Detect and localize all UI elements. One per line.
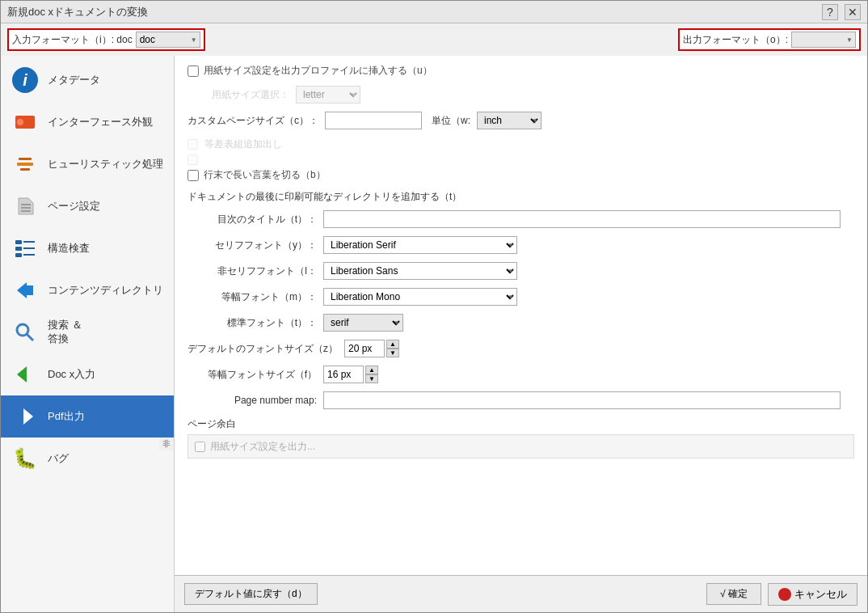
default-font-size-down[interactable]: ▼ bbox=[386, 349, 399, 357]
paper-size-select[interactable]: letter A4 bbox=[296, 86, 360, 104]
sidebar-item-label-content: コンテンツディレクトリ bbox=[48, 284, 163, 298]
main-window: 新規doc xドキュメントの変換 ? ✕ 入力フォーマット（i）: doc do… bbox=[0, 0, 868, 613]
content-bottom-spacer bbox=[188, 459, 854, 556]
output-format-group: 出力フォーマット（o）: bbox=[678, 28, 861, 51]
serif-font-row: セリフフォント（y）： Liberation Serif Times New R… bbox=[188, 236, 854, 254]
sidebar-item-metadata[interactable]: i メタデータ bbox=[1, 59, 174, 101]
sidebar-item-label-metadata: メタデータ bbox=[48, 74, 100, 87]
help-button[interactable]: ? bbox=[822, 4, 838, 20]
ok-button[interactable]: √ 確定 bbox=[706, 583, 761, 605]
disabled-checkbox-1 bbox=[188, 139, 198, 150]
paper-size-checkbox-row: 用紙サイズ設定を出力プロファイルに挿入する（u） bbox=[188, 64, 854, 78]
toc-title-row: 目次のタイトル（t）： bbox=[188, 210, 854, 228]
interface-icon bbox=[11, 108, 40, 137]
paper-size-text: 用紙サイズ選択： bbox=[212, 88, 289, 102]
bottom-right: √ 確定 キャンセル bbox=[706, 583, 857, 606]
sidebar-item-label-interface: インターフェース外観 bbox=[48, 116, 153, 129]
paper-size-select-wrapper: letter A4 bbox=[296, 86, 360, 104]
bottom-bar: デフォルト値に戻す（d） √ 確定 キャンセル bbox=[175, 575, 867, 612]
page-number-map-input[interactable] bbox=[323, 391, 841, 409]
paper-size-checkbox-label: 用紙サイズ設定を出力プロファイルに挿入する（u） bbox=[204, 64, 432, 78]
sidebar-item-page[interactable]: ページ設定 bbox=[1, 185, 174, 227]
sidebar-item-docx[interactable]: Doc x入力 bbox=[1, 353, 174, 395]
mono-font-row: 等幅フォント（m）： Liberation Mono Courier New bbox=[188, 288, 854, 306]
heuristic-icon bbox=[11, 150, 40, 179]
paper-size-checkbox[interactable] bbox=[188, 66, 199, 77]
disabled-label-1: 等差表組追加出し bbox=[204, 137, 282, 151]
mono-font-select[interactable]: Liberation Mono Courier New bbox=[323, 288, 517, 306]
line-break-label: 行末で長い言葉を切る（b） bbox=[204, 168, 326, 182]
mono-font-size-input[interactable] bbox=[323, 366, 364, 383]
mono-font-size-spinner: ▲ ▼ bbox=[323, 366, 378, 383]
input-format-label: 入力フォーマット（i）: doc bbox=[12, 33, 133, 47]
mono-font-size-spinner-btns: ▲ ▼ bbox=[365, 366, 378, 383]
base-font-select[interactable]: serif sans-serif bbox=[323, 314, 403, 332]
sidebar-item-pdf[interactable]: Pdf出力 bbox=[1, 395, 174, 438]
default-font-size-spinner: ▲ ▼ bbox=[344, 340, 399, 357]
svg-rect-8 bbox=[15, 240, 22, 244]
default-font-size-input[interactable] bbox=[344, 340, 385, 357]
sidebar-item-label-bug: バグ bbox=[48, 452, 69, 466]
close-button[interactable]: ✕ bbox=[845, 4, 861, 20]
mono-font-size-down[interactable]: ▼ bbox=[365, 374, 378, 383]
sidebar-item-label-docx: Doc x入力 bbox=[48, 368, 95, 382]
toc-title-input[interactable] bbox=[323, 210, 841, 228]
sidebar-item-bug[interactable]: 🐛 バグ bbox=[1, 438, 174, 480]
sidebar-item-search[interactable]: 搜索 ＆答換 bbox=[1, 311, 174, 353]
disabled-checkbox-row-1: 等差表組追加出し bbox=[188, 137, 854, 151]
docx-icon bbox=[11, 360, 40, 389]
title-bar: 新規doc xドキュメントの変換 ? ✕ bbox=[1, 1, 867, 23]
sidebar-item-interface[interactable]: インターフェース外観 bbox=[1, 101, 174, 143]
page-number-map-label: Page number map: bbox=[188, 395, 317, 406]
sidebar-item-label-pdf: Pdf出力 bbox=[48, 410, 85, 424]
reset-button[interactable]: デフォルト値に戻す（d） bbox=[184, 583, 318, 605]
output-format-select-wrapper bbox=[791, 32, 856, 48]
window-title: 新規doc xドキュメントの変換 bbox=[7, 5, 148, 19]
svg-marker-14 bbox=[17, 282, 27, 298]
page-number-map-row: Page number map: bbox=[188, 391, 854, 409]
unit-select-wrapper: inch cm mm bbox=[477, 112, 541, 129]
page-margin-desc: 用紙サイズ設定を出力... bbox=[210, 440, 315, 454]
search-icon bbox=[11, 318, 40, 347]
structure-icon bbox=[11, 234, 40, 263]
svg-rect-9 bbox=[15, 247, 22, 251]
content-area: 用紙サイズ設定を出力プロファイルに挿入する（u） 用紙サイズ選択： letter… bbox=[175, 56, 867, 612]
svg-point-16 bbox=[17, 324, 28, 336]
custom-page-size-input[interactable] bbox=[325, 112, 422, 129]
sidebar-item-heuristic[interactable]: ヒューリスティック処理 bbox=[1, 143, 174, 185]
cancel-button[interactable]: キャンセル bbox=[768, 583, 857, 606]
input-format-select[interactable]: doc bbox=[136, 32, 200, 48]
sans-font-label: 非セリフフォント（l： bbox=[188, 264, 317, 278]
sidebar-item-content[interactable]: コンテンツディレクトリ bbox=[1, 269, 174, 311]
svg-rect-4 bbox=[20, 168, 30, 171]
default-font-size-up[interactable]: ▲ bbox=[386, 340, 399, 349]
input-format-group: 入力フォーマット（i）: doc doc bbox=[7, 28, 205, 51]
mono-font-size-up[interactable]: ▲ bbox=[365, 366, 378, 374]
page-margin-section: ページ余白 用紙サイズ設定を出力... bbox=[188, 417, 854, 459]
unit-select[interactable]: inch cm mm bbox=[477, 112, 541, 129]
output-format-select[interactable] bbox=[791, 32, 856, 48]
non-pdf-note: 非 bbox=[159, 438, 174, 450]
serif-font-select[interactable]: Liberation Serif Times New Roman bbox=[323, 236, 517, 254]
page-margin-label: ページ余白 bbox=[188, 417, 854, 431]
mono-font-select-wrapper: Liberation Mono Courier New bbox=[323, 288, 517, 306]
main-area: i メタデータ インターフェース外観 ヒューリスティック処理 bbox=[1, 56, 867, 612]
content-scroll[interactable]: 用紙サイズ設定を出力プロファイルに挿入する（u） 用紙サイズ選択： letter… bbox=[175, 56, 867, 575]
serif-font-label: セリフフォント（y）： bbox=[188, 239, 317, 252]
svg-rect-3 bbox=[19, 158, 32, 160]
paper-size-row: 用紙サイズ選択： letter A4 bbox=[212, 86, 854, 104]
line-break-checkbox[interactable] bbox=[188, 170, 199, 181]
sans-font-select[interactable]: Liberation Sans Arial bbox=[323, 262, 517, 280]
title-bar-left: 新規doc xドキュメントの変換 bbox=[7, 5, 148, 19]
default-font-size-row: デフォルトのフォントサイズ（z） ▲ ▼ bbox=[188, 340, 854, 357]
metadata-icon: i bbox=[11, 66, 40, 95]
toolbar-row: 入力フォーマット（i）: doc doc 出力フォーマット（o）: bbox=[1, 23, 867, 56]
disabled-checkbox-2 bbox=[188, 154, 198, 165]
sidebar-item-label-page: ページ設定 bbox=[48, 200, 100, 213]
line-break-checkbox-row: 行末で長い言葉を切る（b） bbox=[188, 168, 854, 182]
output-format-label: 出力フォーマット（o）: bbox=[683, 33, 788, 47]
content-icon bbox=[11, 276, 40, 305]
base-font-label: 標準フォント（t）： bbox=[188, 316, 317, 330]
sidebar-item-structure[interactable]: 構造検査 bbox=[1, 227, 174, 269]
title-bar-right: ? ✕ bbox=[822, 4, 861, 20]
